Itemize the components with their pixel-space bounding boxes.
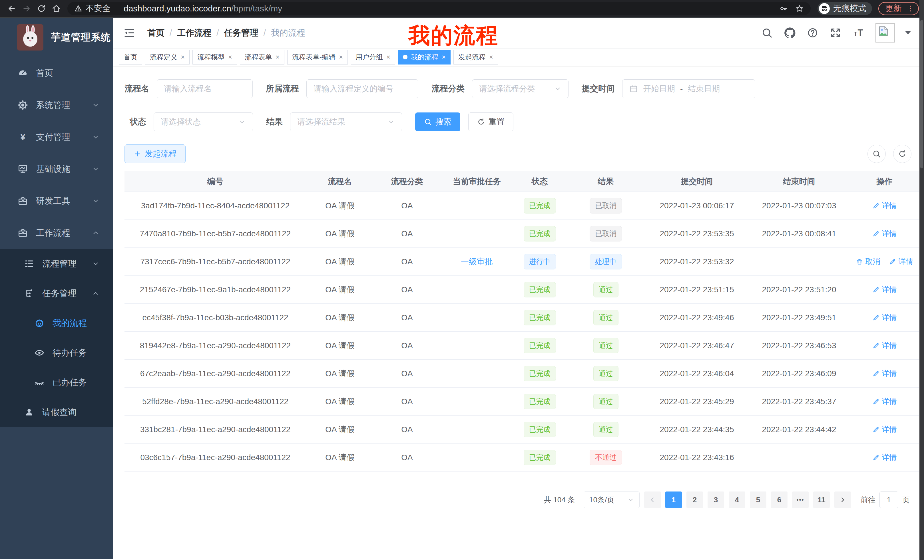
menu-dots-icon[interactable] [906, 4, 914, 13]
search-button[interactable]: 搜索 [415, 112, 460, 131]
url-text[interactable]: dashboard.yudao.iocoder.cn/bpm/task/my [124, 4, 775, 13]
sidebar-fold-icon[interactable] [123, 27, 135, 39]
filter-process-input[interactable] [306, 79, 418, 98]
page-button-1[interactable]: 1 [665, 491, 682, 508]
page-button-5[interactable]: 5 [750, 491, 766, 508]
close-icon[interactable]: × [339, 54, 343, 60]
back-icon[interactable] [5, 2, 18, 15]
cell-end-time: 2022-01-23 00:08:41 [748, 229, 850, 238]
detail-action-link[interactable]: 详情 [889, 257, 914, 267]
filter-result-select[interactable]: 请选择流结果 [290, 112, 402, 131]
page-button-2[interactable]: 2 [686, 491, 703, 508]
tab-process-model[interactable]: 流程模型 × [192, 49, 237, 64]
filter-status-select[interactable]: 请选择状态 [154, 112, 253, 131]
daterange-start[interactable]: 开始日期 [643, 83, 675, 94]
page-button-4[interactable]: 4 [729, 491, 745, 508]
page-button-3[interactable]: 3 [708, 491, 724, 508]
sidebar-item-leave-query[interactable]: 请假查询 [0, 397, 113, 427]
detail-action-link[interactable]: 详情 [872, 284, 897, 295]
filter-name-input[interactable] [157, 79, 253, 98]
sidebar-item-devtools[interactable]: 研发工具 [0, 185, 113, 217]
detail-action-link[interactable]: 详情 [872, 201, 897, 211]
sidebar-item-todo-tasks[interactable]: 待办任务 [0, 338, 113, 368]
table-search-button[interactable] [867, 145, 886, 163]
tab-my-process[interactable]: 我的流程 × [398, 49, 451, 64]
close-icon[interactable]: × [228, 54, 232, 60]
sidebar-item-payment[interactable]: ¥ 支付管理 [0, 121, 113, 153]
detail-action-link[interactable]: 详情 [872, 229, 897, 239]
prev-page-button[interactable] [644, 491, 661, 508]
font-size-icon[interactable]: TT [853, 27, 864, 39]
tab-process-form[interactable]: 流程表单 × [240, 49, 284, 64]
close-icon[interactable]: × [181, 54, 185, 60]
breadcrumb-workflow[interactable]: 工作流程 [177, 27, 211, 39]
filter-category-select[interactable]: 请选择流程分类 [472, 79, 568, 98]
detail-action-link[interactable]: 详情 [872, 313, 897, 322]
refresh-icon [898, 150, 907, 158]
tab-process-form-edit[interactable]: 流程表单-编辑 × [287, 49, 348, 64]
close-icon[interactable]: × [442, 54, 446, 60]
page-scrollbar[interactable] [920, 0, 924, 560]
tab-user-group[interactable]: 用户分组 × [351, 49, 395, 64]
detail-action-link[interactable]: 详情 [872, 424, 897, 434]
breadcrumb-task-mgmt[interactable]: 任务管理 [224, 27, 258, 39]
key-icon[interactable] [779, 4, 788, 13]
cell-id: 331bc281-7b9a-11ec-a290-acde48001122 [124, 425, 306, 434]
svg-text:T: T [854, 30, 857, 37]
current-task-link[interactable]: 一级审批 [461, 257, 493, 266]
tab-start-process[interactable]: 发起流程 × [453, 49, 498, 64]
cell-result: 通过 [566, 310, 646, 325]
sidebar-item-done-tasks[interactable]: 已办任务 [0, 368, 113, 397]
reset-button[interactable]: 重置 [468, 112, 513, 131]
logo-row[interactable]: 芋道管理系统 [0, 18, 113, 57]
chevron-down-icon [92, 197, 99, 205]
table-refresh-button[interactable] [893, 145, 911, 163]
sidebar-item-my-process[interactable]: 我的流程 [0, 308, 113, 338]
goto-page-input[interactable] [879, 491, 898, 508]
sidebar-item-system[interactable]: 系统管理 [0, 89, 113, 121]
page-button-11[interactable]: 11 [813, 491, 830, 508]
fullscreen-icon[interactable] [830, 27, 841, 39]
reload-icon[interactable] [35, 2, 48, 15]
close-icon[interactable]: × [276, 54, 279, 60]
cancel-action-link[interactable]: 取消 [856, 257, 880, 267]
daterange-end[interactable]: 结束日期 [688, 83, 720, 94]
tab-home[interactable]: 首页 [119, 49, 142, 64]
page-size-select[interactable]: 10条/页 [584, 491, 640, 508]
sidebar-item-process-mgmt[interactable]: 流程管理 [0, 249, 113, 279]
scrollbar-thumb[interactable] [920, 20, 923, 168]
close-icon[interactable]: × [386, 54, 390, 60]
home-icon[interactable] [50, 2, 63, 15]
status-badge: 已完成 [524, 282, 556, 297]
page-button-6[interactable]: 6 [771, 491, 788, 508]
sidebar-item-home[interactable]: 首页 [0, 57, 113, 89]
tab-process-def[interactable]: 流程定义 × [145, 49, 190, 64]
caret-down-icon[interactable] [902, 27, 914, 38]
address-bar[interactable]: 不安全 dashboard.yudao.iocoder.cn/bpm/task/… [68, 2, 811, 15]
forward-icon[interactable] [20, 2, 33, 15]
cell-submit-time: 2022-01-22 23:46:04 [646, 369, 748, 378]
close-icon[interactable]: × [489, 54, 493, 60]
active-dot [403, 55, 408, 59]
page-ellipsis[interactable]: ••• [792, 491, 808, 508]
create-process-button[interactable]: 发起流程 [124, 144, 186, 163]
avatar[interactable] [876, 23, 895, 42]
detail-action-link[interactable]: 详情 [872, 397, 897, 406]
detail-action-link[interactable]: 详情 [872, 368, 897, 379]
security-status[interactable]: 不安全 [74, 3, 111, 14]
search-icon[interactable] [761, 27, 772, 39]
star-icon[interactable] [795, 4, 804, 13]
filter-daterange[interactable]: 开始日期 - 结束日期 [622, 79, 755, 98]
search-icon [424, 118, 432, 126]
github-icon[interactable] [784, 27, 795, 39]
breadcrumb-home[interactable]: 首页 [147, 27, 165, 39]
update-button[interactable]: 更新 [878, 2, 919, 15]
sidebar-item-task-mgmt[interactable]: 任务管理 [0, 279, 113, 308]
help-icon[interactable] [807, 27, 818, 39]
warning-icon [74, 4, 82, 13]
sidebar-item-workflow[interactable]: 工作流程 [0, 217, 113, 249]
sidebar-item-infra[interactable]: 基础设施 [0, 153, 113, 185]
detail-action-link[interactable]: 详情 [872, 452, 897, 463]
next-page-button[interactable] [834, 491, 851, 508]
detail-action-link[interactable]: 详情 [872, 340, 897, 350]
